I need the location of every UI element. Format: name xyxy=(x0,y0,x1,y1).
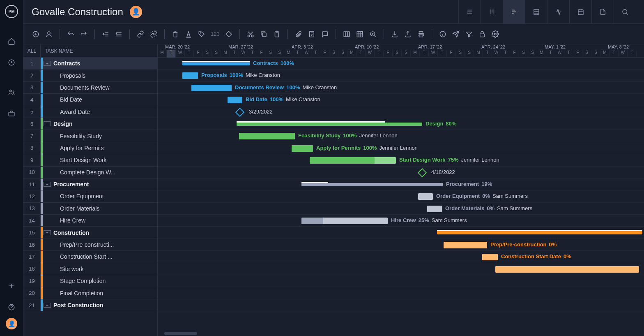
task-row[interactable]: 5Award Date xyxy=(23,106,157,118)
task-row[interactable]: 17Construction Start ... xyxy=(23,251,157,263)
gantt-row[interactable]: Order Materials0%Sam Summers xyxy=(158,203,644,215)
gantt-bar[interactable] xyxy=(427,206,442,212)
plus-icon[interactable] xyxy=(7,281,16,291)
gantt-row[interactable]: Proposals100%Mike Cranston xyxy=(158,70,644,81)
task-row[interactable]: 1−Contracts xyxy=(23,58,157,70)
gantt-bar[interactable] xyxy=(437,231,642,234)
gantt-row[interactable]: Prep/Pre-construction0% xyxy=(158,239,644,251)
unlink-icon[interactable] xyxy=(148,28,159,40)
collapse-icon[interactable]: − xyxy=(44,182,51,187)
horizontal-scrollbar[interactable] xyxy=(158,331,644,336)
redo-icon[interactable] xyxy=(78,28,90,40)
gantt-row[interactable] xyxy=(158,227,644,239)
task-row[interactable]: 11−Procurement xyxy=(23,178,157,190)
outdent-icon[interactable] xyxy=(100,28,111,40)
home-icon[interactable] xyxy=(7,36,16,46)
milestone-icon[interactable] xyxy=(235,107,245,117)
paste-icon[interactable] xyxy=(271,28,283,40)
comment-icon[interactable] xyxy=(319,28,331,40)
gantt-row[interactable]: Procurement19% xyxy=(158,178,644,190)
diamond-icon[interactable] xyxy=(223,28,235,40)
task-row[interactable]: 7Feasibility Study xyxy=(23,130,157,142)
task-row[interactable]: 13Order Materials xyxy=(23,203,157,215)
note-icon[interactable] xyxy=(306,28,317,40)
task-row[interactable]: 16Prep/Pre-constructi... xyxy=(23,239,157,251)
view-calendar-icon[interactable] xyxy=(569,0,591,24)
task-row[interactable]: 18Site work xyxy=(23,263,157,275)
gantt-bar[interactable] xyxy=(182,62,250,65)
view-gantt-icon[interactable] xyxy=(503,0,525,24)
text-color-icon[interactable] xyxy=(183,28,194,40)
gantt-row[interactable]: Order Equipment0%Sam Summers xyxy=(158,190,644,202)
gantt-row[interactable]: Apply for Permits100%Jennifer Lennon xyxy=(158,142,644,154)
undo-icon[interactable] xyxy=(65,28,76,40)
gantt-row[interactable]: Bid Date100%Mike Cranston xyxy=(158,94,644,106)
gantt-bar[interactable] xyxy=(239,133,295,139)
link-icon[interactable] xyxy=(135,28,146,40)
task-row[interactable]: 10Complete Design W... xyxy=(23,167,157,178)
collapse-icon[interactable]: − xyxy=(44,61,51,66)
task-row[interactable]: 9Start Design Work xyxy=(23,154,157,166)
send-icon[interactable] xyxy=(450,28,462,40)
settings-icon[interactable] xyxy=(490,28,501,40)
col-name-header[interactable]: TASK NAME xyxy=(41,48,157,54)
clock-icon[interactable] xyxy=(7,58,16,67)
search-icon[interactable] xyxy=(614,0,636,24)
gantt-row[interactable]: Hire Crew25%Sam Summers xyxy=(158,215,644,227)
task-row[interactable]: 12Order Equipment xyxy=(23,190,157,202)
gantt-bar[interactable] xyxy=(237,123,422,126)
help-icon[interactable] xyxy=(7,302,16,312)
import-icon[interactable] xyxy=(389,28,400,40)
task-row[interactable]: 6−Design xyxy=(23,118,157,130)
gantt-bar[interactable] xyxy=(301,218,388,224)
attach-icon[interactable] xyxy=(293,28,304,40)
user-avatar-icon[interactable]: 👤 xyxy=(6,318,17,329)
milestone-icon[interactable] xyxy=(418,168,427,177)
lock-icon[interactable] xyxy=(476,28,488,40)
gantt-row[interactable]: Documents Review100%Mike Cranston xyxy=(158,82,644,94)
gantt-row[interactable] xyxy=(158,287,644,299)
print-icon[interactable] xyxy=(415,28,427,40)
gantt-row[interactable]: Contracts100% xyxy=(158,58,644,70)
gantt-bar[interactable] xyxy=(292,145,313,152)
collapse-icon[interactable]: − xyxy=(44,121,51,126)
gantt-chart[interactable]: MAR, 20 '22MAR, 27 '22APR, 3 '22APR, 10 … xyxy=(158,44,644,336)
export-icon[interactable] xyxy=(402,28,414,40)
gantt-row[interactable] xyxy=(158,275,644,287)
task-row[interactable]: 2Proposals xyxy=(23,70,157,81)
cut-icon[interactable] xyxy=(245,28,256,40)
collapse-icon[interactable]: − xyxy=(44,303,51,308)
gantt-row[interactable] xyxy=(158,299,644,311)
gantt-bar[interactable] xyxy=(482,254,498,260)
filter-icon[interactable] xyxy=(463,28,475,40)
assign-icon[interactable] xyxy=(43,28,55,40)
view-board-icon[interactable] xyxy=(481,0,503,24)
add-icon[interactable] xyxy=(30,28,41,40)
tag-icon[interactable] xyxy=(196,28,207,40)
gantt-bar[interactable] xyxy=(310,157,396,164)
columns-icon[interactable] xyxy=(341,28,352,40)
task-row[interactable]: 14Hire Crew xyxy=(23,215,157,227)
grid-icon[interactable] xyxy=(354,28,366,40)
project-avatar-icon[interactable]: 👤 xyxy=(130,6,142,18)
gantt-bar[interactable] xyxy=(182,72,198,79)
task-row[interactable]: 4Bid Date xyxy=(23,94,157,106)
briefcase-icon[interactable] xyxy=(7,109,16,118)
copy-icon[interactable] xyxy=(258,28,269,40)
task-row[interactable]: 19Stage Completion xyxy=(23,275,157,287)
gantt-bar[interactable] xyxy=(228,97,242,103)
task-row[interactable]: 8Apply for Permits xyxy=(23,142,157,154)
gantt-row[interactable]: 3/29/2022 xyxy=(158,106,644,118)
gantt-bar[interactable] xyxy=(191,85,232,91)
info-icon[interactable] xyxy=(437,28,448,40)
task-row[interactable]: 3Documents Review xyxy=(23,82,157,94)
gantt-bar[interactable] xyxy=(444,242,487,248)
view-activity-icon[interactable] xyxy=(547,0,569,24)
view-file-icon[interactable] xyxy=(591,0,614,24)
task-row[interactable]: 15−Construction xyxy=(23,227,157,239)
collapse-icon[interactable]: − xyxy=(44,230,51,235)
view-list-icon[interactable] xyxy=(458,0,481,24)
task-row[interactable]: 21−Post Construction xyxy=(23,299,157,311)
gantt-row[interactable]: 4/18/2022 xyxy=(158,167,644,178)
delete-icon[interactable] xyxy=(170,28,181,40)
